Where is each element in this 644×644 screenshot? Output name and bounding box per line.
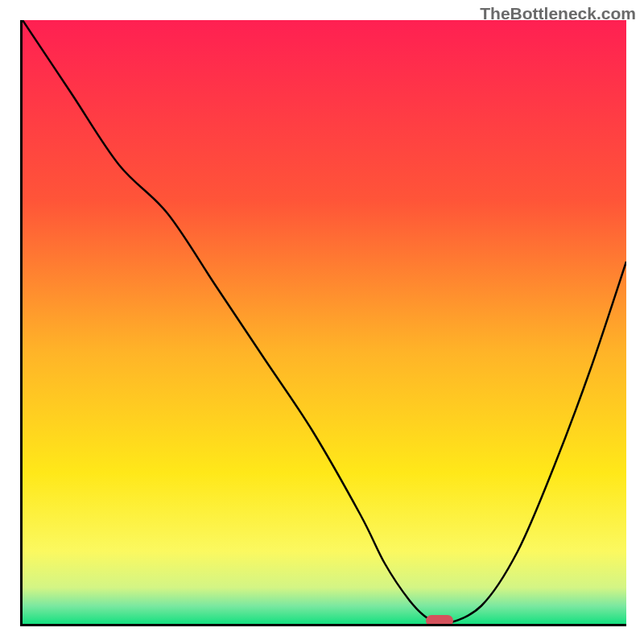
gradient-background — [23, 20, 626, 624]
chart-container: TheBottleneck.com — [0, 0, 644, 644]
svg-rect-0 — [23, 20, 626, 624]
optimal-marker — [426, 615, 453, 626]
watermark-text: TheBottleneck.com — [480, 4, 636, 23]
plot-area — [20, 20, 626, 626]
